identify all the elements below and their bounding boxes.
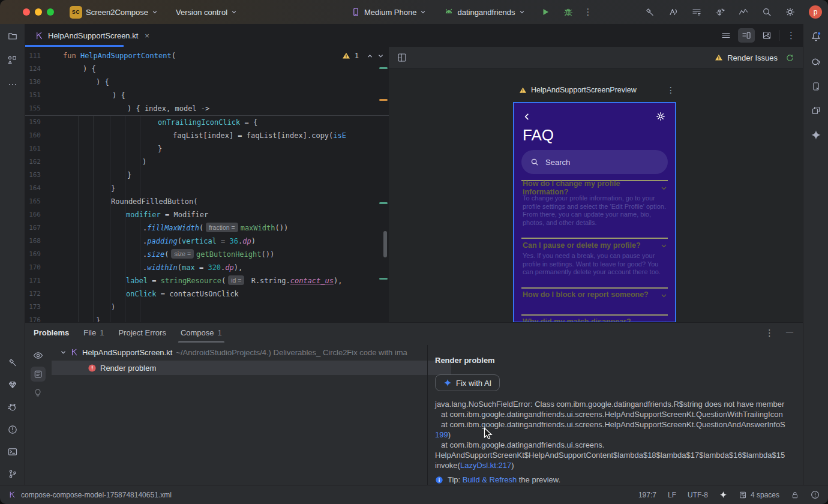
preview-label[interactable]: HelpAndSupportScreenPreview ⋮ (513, 85, 676, 95)
eye-icon[interactable] (33, 350, 43, 361)
run-button[interactable] (541, 7, 550, 17)
gemini-sparkle-icon[interactable] (811, 130, 821, 140)
task-list-icon[interactable] (692, 7, 701, 17)
chevron-down-icon (661, 241, 667, 250)
code-editor[interactable]: 111fun HelpAndSupportContent(124) {130) … (25, 47, 389, 322)
render-issues-button[interactable]: Render Issues (715, 53, 794, 62)
device-selector[interactable]: Medium Phone (351, 7, 426, 17)
back-icon[interactable] (524, 113, 530, 120)
details-view-icon[interactable] (31, 367, 46, 382)
app-insights-gem-icon[interactable] (8, 380, 17, 389)
ai-status-icon[interactable] (719, 491, 727, 499)
running-devices-icon[interactable] (811, 82, 821, 91)
device-explorer-icon[interactable] (811, 106, 821, 115)
panel-tab-compose[interactable]: Compose1 (175, 323, 228, 343)
code-token: fun (63, 52, 80, 60)
code-token: ) (251, 237, 256, 245)
vcs-selector[interactable]: Version control (176, 8, 237, 17)
scrollbar-mark[interactable] (379, 202, 388, 204)
notifications-bell-icon[interactable] (811, 31, 821, 42)
more-tool-windows-icon[interactable] (8, 80, 17, 89)
editor-more-icon[interactable]: ⋮ (787, 30, 796, 41)
search-field[interactable]: Search (521, 150, 668, 174)
build-hammer-icon[interactable] (645, 7, 655, 17)
logcat-cat-icon[interactable] (7, 402, 17, 412)
run-config-selector[interactable]: datingandfriends (444, 7, 524, 17)
terminal-icon[interactable] (8, 447, 17, 457)
translate-action-icon[interactable] (668, 7, 678, 17)
faq-item[interactable]: Can I pause or delete my profile?Yes. If… (521, 238, 668, 287)
settings-gear-icon[interactable] (656, 112, 665, 121)
structure-shapes-icon[interactable] (7, 55, 17, 65)
code-token: isE (333, 131, 346, 140)
panel-tab-project-errors[interactable]: Project Errors (112, 323, 172, 343)
project-selector[interactable]: SC Screen2Compose (70, 6, 158, 19)
close-tab-icon[interactable]: × (145, 31, 149, 40)
panel-tab-problems[interactable]: Problems (28, 323, 75, 343)
next-issue-chevron-icon[interactable] (377, 53, 384, 59)
project-folder-icon[interactable] (8, 31, 17, 41)
detail-title: Render problem (435, 356, 803, 365)
encoding[interactable]: UTF-8 (688, 491, 708, 499)
zoom-window-button[interactable] (47, 8, 54, 16)
profiler-bug-icon[interactable] (715, 7, 725, 17)
editor-tab[interactable]: HelpAndSupportScreen.kt × (25, 24, 155, 47)
more-run-options-icon[interactable]: ⋮ (584, 7, 593, 17)
expand-chevron-icon[interactable] (60, 349, 67, 356)
build-refresh-link[interactable]: Build & Refresh (463, 475, 517, 484)
code-text: ) { (63, 62, 96, 76)
panel-tab-file[interactable]: File1 (77, 323, 110, 343)
stack-link[interactable]: 199 (435, 430, 448, 439)
version-control-icon[interactable] (8, 469, 17, 479)
preview-image-icon[interactable] (762, 31, 772, 40)
faq-item[interactable]: How do I block or report someone? (521, 287, 668, 314)
scrollbar-mark[interactable] (379, 99, 388, 101)
stack-line: java.lang.NoSuchFieldError: Class com.ib… (435, 399, 803, 409)
editor-scrollbar[interactable] (383, 231, 387, 257)
ind ent-settings[interactable]: 4 spaces (739, 491, 779, 499)
preview-layout-icon[interactable] (397, 53, 407, 62)
stack-line: at com.ibm.google.datingandfriends.ui.sc… (435, 409, 803, 419)
caret-position[interactable]: 197:7 (638, 491, 656, 499)
code-token: getButtonHeight (196, 250, 261, 259)
preview-more-icon[interactable]: ⋮ (667, 85, 675, 95)
unlock-icon[interactable] (791, 491, 799, 499)
build-tool-icon[interactable] (8, 358, 17, 367)
code-token: size (147, 250, 164, 259)
refresh-icon[interactable] (785, 53, 794, 62)
stack-link[interactable]: LazyDsl.kt:217 (460, 461, 511, 470)
scrollbar-mark[interactable] (379, 278, 388, 280)
fix-with-ai-button[interactable]: Fix with AI (435, 374, 500, 391)
prev-issue-chevron-icon[interactable] (367, 53, 373, 59)
problems-icon[interactable] (8, 425, 17, 434)
debug-button[interactable] (563, 7, 573, 17)
panel-hide-icon[interactable]: — (786, 328, 793, 338)
faq-item[interactable]: Why did my match disappear? (521, 314, 668, 323)
faq-question-row[interactable]: How do I change my profile information? (523, 183, 667, 192)
settings-gear-icon[interactable] (785, 7, 795, 17)
scrollbar-mark[interactable] (379, 67, 388, 69)
line-ending[interactable]: LF (668, 491, 676, 499)
faq-item[interactable]: How do I change my profile information?T… (521, 180, 668, 238)
line-number: 171 (25, 274, 63, 287)
tree-file-row[interactable]: HelpAndSupportScreen.kt ~/AndroidStudioP… (52, 345, 451, 359)
panel-more-icon[interactable]: ⋮ (765, 328, 774, 338)
inspection-status-icon[interactable] (811, 490, 820, 499)
code-token: ) { index, model -> (127, 104, 209, 113)
status-file[interactable]: compose-compose-model-1758748140651.xml (8, 491, 172, 499)
faq-question-row[interactable]: Why did my match disappear? (523, 317, 667, 323)
split-editor-icon[interactable] (738, 28, 755, 43)
tree-file-path: ~/AndroidStudioProjects/4.) Deliverables… (176, 348, 407, 357)
performance-pulse-icon[interactable] (739, 7, 748, 17)
editor-list-icon[interactable] (721, 31, 731, 40)
search-icon[interactable] (762, 7, 772, 17)
faq-question-row[interactable]: Can I pause or delete my profile? (523, 241, 667, 250)
gradle-elephant-icon[interactable] (811, 56, 821, 67)
close-window-button[interactable] (23, 8, 30, 16)
user-avatar[interactable]: p (809, 5, 822, 19)
inspection-widget[interactable]: 1 (342, 52, 384, 60)
tree-error-row[interactable]: Render problem (52, 361, 451, 375)
faq-question-row[interactable]: How do I block or report someone? (523, 290, 667, 299)
minimize-window-button[interactable] (35, 8, 42, 16)
quickfix-bulb-icon[interactable] (33, 388, 43, 397)
